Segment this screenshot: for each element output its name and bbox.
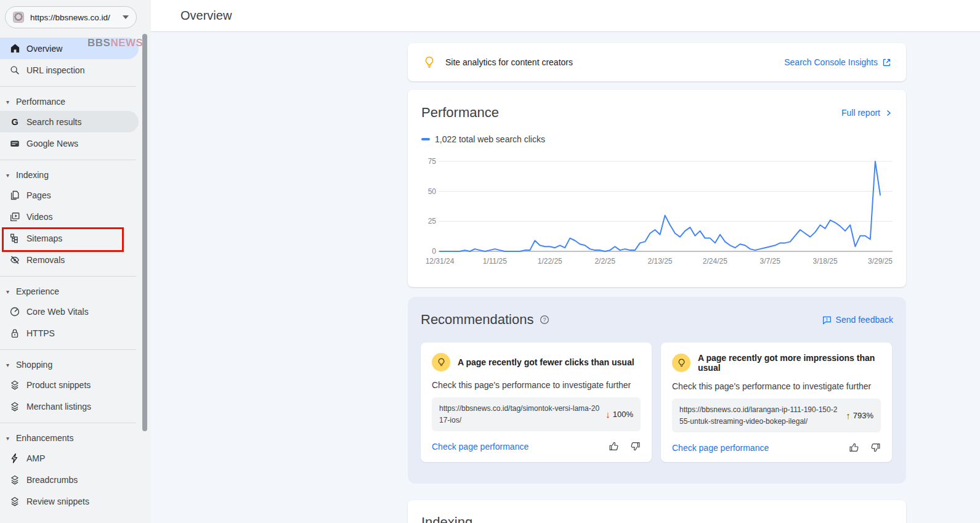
dropdown-caret-icon	[123, 15, 129, 19]
sidebar-section-performance[interactable]: ▾Performance	[0, 92, 151, 111]
recommendation-card-more-impressions: A page recently got more impressions tha…	[661, 343, 892, 462]
sidebar-item-breadcrumbs[interactable]: Breadcrumbs	[0, 469, 139, 490]
thumbs-down-icon[interactable]	[630, 441, 641, 452]
sitemaps-icon	[9, 233, 21, 244]
thumbs-up-icon[interactable]	[609, 441, 619, 452]
svg-text:?: ?	[543, 317, 546, 323]
x-tick-label: 2/24/25	[703, 257, 727, 266]
recommendation-card-fewer-clicks: A page recently got fewer clicks than us…	[421, 343, 652, 462]
indexing-title: Indexing	[421, 514, 893, 523]
x-tick-label: 3/29/25	[868, 257, 893, 266]
property-url: https://bbsnews.co.id/	[30, 13, 116, 22]
site-favicon	[13, 12, 24, 23]
x-tick-label: 1/22/25	[538, 257, 562, 266]
news-icon	[9, 138, 21, 149]
x-tick-label: 2/2/25	[594, 257, 615, 266]
sidebar-section-indexing[interactable]: ▾Indexing	[0, 166, 151, 184]
trend-arrow-icon: ↑	[846, 410, 851, 421]
full-report-link[interactable]: Full report	[841, 108, 893, 118]
page-title: Overview	[180, 0, 980, 31]
sidebar-section-enhancements[interactable]: ▾Enhancements	[0, 429, 151, 447]
change-indicator: ↑ 793%	[846, 410, 873, 421]
insights-banner: Site analytics for content creators Sear…	[408, 43, 906, 81]
sidebar-item-pages[interactable]: Pages	[0, 184, 139, 206]
sidebar-item-product-snippets[interactable]: Product snippets	[0, 374, 139, 395]
sidebar-item-google-news[interactable]: Google News	[0, 132, 139, 154]
collapse-caret-icon: ▾	[6, 172, 16, 179]
sidebar-item-search-results[interactable]: GSearch results	[0, 111, 139, 132]
legend-dash-icon	[421, 138, 430, 140]
sidebar-divider	[0, 276, 136, 277]
page-header: Overview	[151, 0, 980, 32]
property-selector[interactable]: https://bbsnews.co.id/	[5, 6, 137, 28]
page-url: https://bbsnews.co.id/larangan-ip-111-19…	[679, 404, 846, 427]
page-url-chip: https://bbsnews.co.id/tag/simontok-versi…	[432, 397, 641, 431]
performance-card: Performance Full report 1,022 total web …	[408, 90, 906, 287]
sidebar-item-amp[interactable]: AMP	[0, 447, 139, 469]
snippet-icon	[9, 379, 21, 391]
search-console-insights-link[interactable]: Search Console Insights	[784, 57, 891, 67]
sidebar-section-shopping[interactable]: ▾Shopping	[0, 355, 151, 374]
sidebar-divider	[0, 349, 136, 350]
sidebar-item-core-web-vitals[interactable]: Core Web Vitals	[0, 301, 139, 322]
chevron-right-icon	[885, 109, 893, 117]
sidebar-item-removals[interactable]: Removals	[0, 249, 139, 270]
legend-label: 1,022 total web search clicks	[435, 134, 545, 144]
sidebar-section-experience[interactable]: ▾Experience	[0, 282, 151, 301]
sidebar-item-url-inspection[interactable]: URL inspection	[0, 59, 139, 81]
svg-text:G: G	[11, 116, 18, 126]
recommendation-body: Check this page's performance to investi…	[672, 381, 881, 391]
trend-arrow-icon: ↓	[605, 409, 610, 420]
sidebar-divider	[0, 86, 136, 87]
sidebar-item-review-snippets[interactable]: Review snippets	[0, 490, 139, 512]
thumbs-down-icon[interactable]	[870, 442, 881, 453]
chart-legend: 1,022 total web search clicks	[421, 134, 893, 144]
y-tick-label: 75	[428, 157, 437, 166]
lightbulb-icon	[423, 55, 436, 69]
y-tick-label: 50	[428, 187, 437, 196]
thumbs-up-icon[interactable]	[849, 442, 859, 453]
sidebar-item-videos[interactable]: Videos	[0, 206, 139, 227]
sidebar-scrollbar[interactable]	[142, 34, 147, 431]
send-feedback-link[interactable]: Send feedback	[822, 315, 893, 325]
x-tick-label: 3/7/25	[760, 257, 781, 266]
snippet-icon	[9, 401, 21, 412]
x-tick-label: 12/31/24	[426, 257, 455, 266]
collapse-caret-icon: ▾	[6, 99, 16, 105]
x-tick-label: 1/11/25	[483, 257, 507, 266]
g-logo-icon: G	[9, 116, 21, 128]
y-tick-label: 0	[432, 247, 436, 256]
performance-title: Performance	[421, 105, 499, 121]
amp-icon	[9, 453, 21, 464]
sidebar-item-merchant-listings[interactable]: Merchant listings	[0, 395, 139, 417]
clicks-line-series	[440, 161, 880, 251]
change-indicator: ↓ 100%	[605, 409, 633, 420]
recommendations-title: Recommendations	[421, 312, 533, 328]
page-url-chip: https://bbsnews.co.id/larangan-ip-111-19…	[672, 399, 881, 432]
performance-chart[interactable]: 025507512/31/241/11/251/22/252/2/252/13/…	[421, 154, 896, 266]
sidebar-item-sitemaps[interactable]: Sitemaps	[0, 227, 139, 249]
banner-text: Site analytics for content creators	[445, 57, 784, 67]
check-page-performance-link[interactable]: Check page performance	[672, 443, 769, 453]
lightbulb-badge-icon	[672, 354, 690, 372]
feedback-icon	[822, 315, 832, 325]
sidebar-divider	[0, 160, 136, 160]
x-tick-label: 3/18/25	[813, 257, 838, 266]
core-web-vitals-icon	[9, 306, 21, 317]
sidebar-item-overview[interactable]: Overview	[0, 38, 139, 59]
sidebar-item-https[interactable]: HTTPS	[0, 322, 139, 344]
sidebar: https://bbsnews.co.id/ OverviewURL inspe…	[0, 0, 151, 523]
page-url: https://bbsnews.co.id/tag/simontok-versi…	[439, 403, 605, 426]
https-lock-icon	[9, 328, 21, 339]
lightbulb-badge-icon	[432, 353, 450, 371]
collapse-caret-icon: ▾	[6, 435, 16, 442]
main-content: Site analytics for content creators Sear…	[151, 33, 980, 523]
pages-icon	[9, 190, 21, 201]
x-tick-label: 2/13/25	[647, 257, 672, 266]
check-page-performance-link[interactable]: Check page performance	[432, 442, 528, 452]
help-icon[interactable]: ?	[540, 315, 549, 325]
recommendation-title: A page recently got fewer clicks than us…	[458, 357, 634, 367]
indexing-card: Indexing	[408, 500, 906, 523]
recommendations-card: Recommendations ? Send feedback A page r…	[408, 297, 906, 484]
y-tick-label: 25	[428, 217, 437, 225]
